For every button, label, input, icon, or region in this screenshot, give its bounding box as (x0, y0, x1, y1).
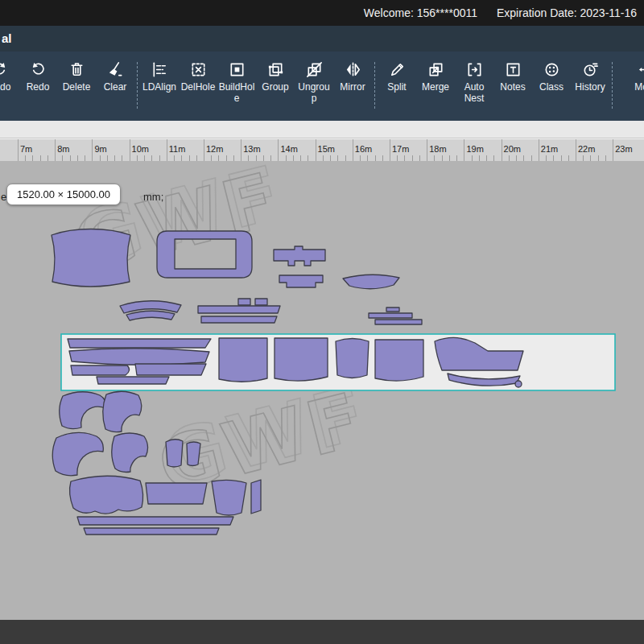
ruler-minor-tick (553, 155, 554, 161)
ruler-minor-tick (293, 155, 294, 161)
ruler-major-tick (204, 139, 204, 161)
ruler-minor-tick (337, 155, 338, 161)
class-button[interactable]: Class (533, 60, 570, 93)
ruler-label: 11m (169, 144, 186, 154)
toolbar-lower-strip (0, 121, 644, 138)
ruler-major-tick (278, 139, 279, 161)
ruler-minor-tick (397, 155, 398, 161)
ruler-minor-tick (32, 155, 33, 161)
undo-button[interactable]: Undo (0, 60, 18, 93)
mirror-button[interactable]: Mirror (334, 60, 371, 93)
trim-pieces[interactable] (120, 299, 422, 324)
delete-button[interactable]: Delete (58, 60, 95, 93)
canvas-drawing: GWF GWF GWF GWF (0, 161, 644, 620)
history-clock-icon (581, 60, 600, 79)
ruler-minor-tick (583, 155, 584, 161)
ruler-major-tick (316, 139, 316, 161)
ldalign-button[interactable]: LDAlign (141, 60, 178, 93)
ruler-major-tick (390, 139, 390, 161)
ruler-major-tick (539, 139, 539, 161)
ruler-minor-tick (248, 155, 249, 161)
ruler-minor-tick (70, 155, 71, 161)
move-button[interactable]: Move (628, 60, 644, 93)
ruler-major-tick (464, 139, 464, 161)
ruler-minor-tick (308, 155, 308, 161)
ruler-minor-tick (412, 155, 413, 161)
ruler-minor-tick (189, 155, 190, 161)
ruler-minor-tick (137, 155, 138, 161)
ruler-label: 14m (280, 144, 297, 154)
ruler-minor-tick (211, 155, 212, 161)
clear-button[interactable]: Clear (97, 60, 134, 93)
pencil-icon (388, 60, 407, 79)
ruler-minor-tick (493, 155, 494, 161)
ruler-minor-tick (367, 155, 368, 161)
notes-button[interactable]: Notes (494, 60, 531, 93)
history-button[interactable]: History (572, 60, 609, 93)
group-icon (266, 60, 285, 79)
ruler-major-tick (167, 139, 167, 161)
ruler-minor-tick (181, 155, 182, 161)
ruler-label: 7m (20, 144, 32, 154)
ruler-major-tick (55, 139, 56, 161)
buildhole-button[interactable]: BuildHole (218, 60, 255, 105)
ruler-minor-tick (419, 155, 420, 161)
toolbar-separator (612, 62, 613, 109)
ruler-minor-tick (107, 155, 108, 161)
ruler-minor-tick (174, 155, 175, 161)
canvas-workspace[interactable]: GWF GWF GWF GWF (0, 161, 644, 620)
ruler-minor-tick (256, 155, 257, 161)
ruler-label: 15m (318, 144, 335, 154)
ruler-major-tick (502, 139, 502, 161)
window-title-bar: al (0, 26, 644, 52)
group-button[interactable]: Group (257, 60, 294, 93)
ruler-minor-tick (196, 155, 197, 161)
ruler-minor-tick (605, 155, 606, 161)
ruler-minor-tick (523, 155, 524, 161)
ruler-label: 9m (94, 144, 106, 154)
delhole-button[interactable]: DelHole (180, 60, 217, 93)
auto-nest-button[interactable]: Auto Nest (456, 60, 493, 105)
delete-hole-icon (189, 60, 208, 79)
toolbar-separator (137, 62, 138, 109)
ruler-minor-tick (218, 155, 219, 161)
fender-pieces[interactable] (60, 391, 142, 431)
selected-row-pieces[interactable] (68, 337, 523, 387)
redo-button[interactable]: Redo (19, 60, 56, 93)
ruler-minor-tick (85, 155, 85, 161)
ruler-minor-tick (100, 155, 101, 161)
ruler-label: 20m (504, 144, 521, 154)
topbar: Welcome: 156****0011 Expiration Date: 20… (0, 0, 644, 26)
align-icon (151, 60, 169, 79)
ruler-minor-tick (456, 155, 457, 161)
ruler-minor-tick (531, 155, 532, 161)
ruler-minor-tick (360, 155, 361, 161)
ruler-minor-tick (598, 155, 599, 161)
ruler-minor-tick (263, 155, 264, 161)
tag-icon (504, 60, 522, 79)
ruler-label: 16m (355, 144, 372, 154)
size-tooltip[interactable]: 1520.00 × 15000.00 (6, 184, 121, 205)
bottombar (0, 620, 644, 644)
ruler-minor-tick (77, 155, 78, 161)
ruler-minor-tick (472, 155, 473, 161)
ruler-major-tick (241, 139, 242, 161)
ruler-minor-tick (233, 155, 234, 161)
ruler-minor-tick (323, 155, 324, 161)
merge-button[interactable]: Merge (417, 60, 454, 93)
ungroup-button[interactable]: Ungroup (295, 60, 332, 105)
split-button[interactable]: Split (378, 60, 415, 93)
hood-piece[interactable] (52, 229, 130, 287)
ruler-major-tick (130, 139, 130, 161)
bumper-strip-pieces[interactable] (274, 246, 399, 289)
ruler-minor-tick (375, 155, 376, 161)
ruler-minor-tick (330, 155, 331, 161)
palette-icon (543, 60, 561, 79)
toolbar-separator (374, 62, 375, 109)
bumper-cluster-pieces[interactable] (70, 476, 261, 535)
ruler-minor-tick (40, 155, 41, 161)
ruler-label: 10m (132, 144, 149, 154)
mirror-icon (344, 60, 362, 79)
ruler-minor-tick (151, 155, 152, 161)
ruler-minor-tick (509, 155, 510, 161)
